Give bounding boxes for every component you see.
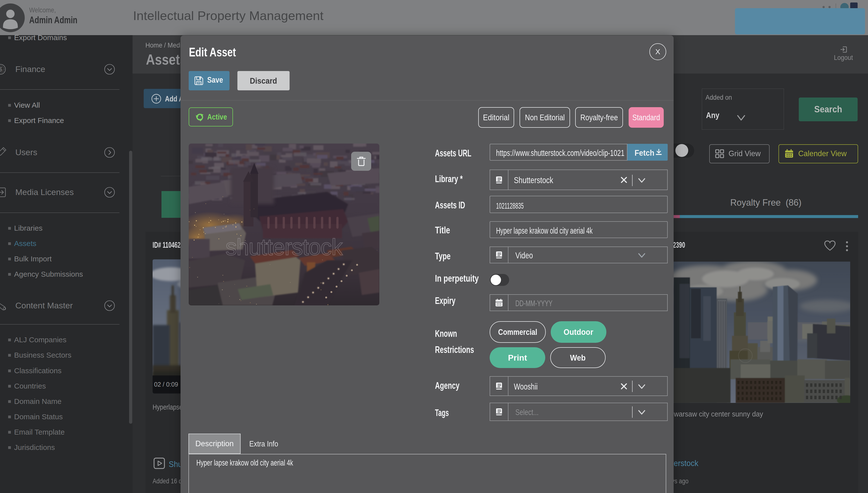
svg-text:shutterstock: shutterstock: [226, 234, 343, 260]
svg-text:$: $: [0, 66, 2, 72]
svg-text:02 / 0:09: 02 / 0:09: [154, 381, 178, 388]
